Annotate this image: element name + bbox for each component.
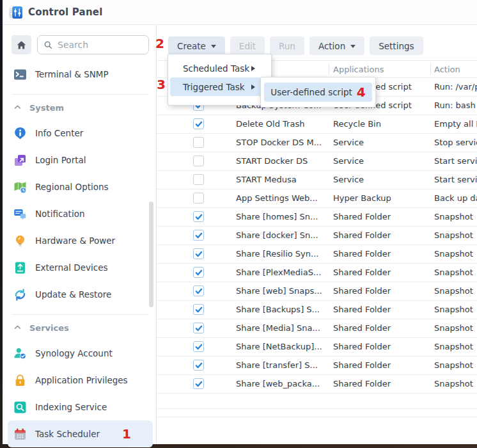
- table-row[interactable]: Share [Resilio Syn...Shared FolderSnapsh…: [157, 245, 477, 264]
- sidebar-section-system[interactable]: System: [3, 96, 156, 120]
- step-2-annotation: 2: [155, 37, 164, 50]
- create-button[interactable]: Create: [168, 36, 225, 55]
- action-cell: Start servic: [434, 156, 477, 166]
- sidebar-item-label: Update & Restore: [35, 289, 111, 300]
- settings-button[interactable]: Settings: [370, 36, 423, 55]
- edit-button[interactable]: Edit: [230, 36, 265, 55]
- table-row[interactable]: Share [Media] Sna...Shared FolderSnapsho…: [157, 319, 477, 338]
- enabled-checkbox[interactable]: [193, 211, 204, 222]
- sidebar-item-indexing-service[interactable]: Indexing Service: [8, 394, 153, 420]
- table-row[interactable]: Share [homes] Sn...Shared FolderSnapshot: [157, 208, 477, 227]
- task-table: Applications Action User-defined scriptR…: [157, 60, 477, 417]
- column-header-action[interactable]: Action: [434, 65, 460, 74]
- menu-item-triggered-task[interactable]: Triggered Task: [170, 77, 269, 96]
- sidebar-scrollbar[interactable]: [149, 202, 153, 307]
- submenu-item-user-defined-script[interactable]: User-defined script4: [264, 83, 372, 102]
- empty-row-divider: [157, 409, 477, 417]
- section-label: System: [29, 103, 64, 113]
- table-row[interactable]: Delete Old TrashRecycle BinEmpty all R: [157, 115, 477, 134]
- action-cell: Snapshot: [434, 379, 477, 388]
- enabled-checkbox[interactable]: [193, 360, 204, 371]
- task-name-cell: Share [transfer] S...: [236, 360, 332, 370]
- hardware-power-icon: [13, 234, 27, 248]
- application-privileges-icon: [13, 374, 27, 387]
- sidebar: Terminal & SNMPSystemInfo CenterLogin Po…: [3, 25, 156, 444]
- sidebar-item-application-privileges[interactable]: Application Privileges: [8, 367, 153, 394]
- action-cell: Empty all R: [434, 119, 477, 129]
- triggered-task-submenu: User-defined script4: [260, 77, 376, 108]
- table-row[interactable]: Share [web] Snaps...Shared FolderSnapsho…: [157, 282, 477, 301]
- applications-cell: Service: [333, 138, 433, 147]
- notification-icon: [13, 207, 27, 221]
- action-cell: Stop servic: [434, 138, 477, 147]
- enabled-checkbox[interactable]: [193, 304, 204, 315]
- submenu-arrow-icon: [251, 84, 255, 90]
- table-row[interactable]: Share [web_packa...Shared FolderSnapshot: [157, 375, 477, 394]
- enabled-checkbox[interactable]: [193, 137, 204, 148]
- task-name-cell: App Settings Web...: [236, 193, 332, 203]
- applications-cell: Shared Folder: [333, 268, 433, 277]
- titlebar: Control Panel: [3, 0, 477, 25]
- sidebar-item-update-restore[interactable]: Update & Restore: [8, 281, 153, 308]
- sidebar-item-external-devices[interactable]: External Devices: [8, 254, 153, 281]
- chevron-down-icon: [211, 45, 216, 48]
- sidebar-item-label: External Devices: [35, 262, 108, 273]
- search-input[interactable]: [58, 40, 143, 50]
- applications-cell: Recycle Bin: [333, 119, 433, 129]
- search-box[interactable]: [37, 35, 149, 54]
- enabled-checkbox[interactable]: [193, 156, 204, 166]
- enabled-checkbox[interactable]: [193, 174, 204, 185]
- table-row[interactable]: START Docker DSServiceStart servic: [157, 152, 477, 171]
- applications-cell: Shared Folder: [333, 342, 433, 351]
- enabled-checkbox[interactable]: [193, 118, 204, 129]
- table-row[interactable]: STOP Docker DS M...ServiceStop servic: [157, 134, 477, 152]
- action-button[interactable]: Action: [309, 36, 364, 55]
- sidebar-item-login-portal[interactable]: Login Portal: [8, 147, 153, 173]
- enabled-checkbox[interactable]: [193, 248, 204, 259]
- enabled-checkbox[interactable]: [193, 378, 204, 389]
- enabled-checkbox[interactable]: [193, 230, 204, 241]
- sidebar-item-regional-options[interactable]: Regional Options: [8, 173, 153, 200]
- run-button[interactable]: Run: [270, 36, 304, 55]
- task-name-cell: Share [PlexMediaS...: [236, 268, 332, 277]
- sidebar-item-task-scheduler[interactable]: Task Scheduler1: [8, 420, 153, 447]
- column-header-applications[interactable]: Applications: [333, 65, 384, 74]
- button-label: Action: [318, 41, 345, 51]
- task-name-cell: Share [Backups] S...: [236, 305, 332, 314]
- applications-cell: Shared Folder: [333, 305, 433, 314]
- sidebar-item-synology-account[interactable]: Synology Account: [8, 340, 153, 367]
- sidebar-item-hardware-power[interactable]: Hardware & Power: [8, 227, 153, 254]
- action-cell: Snapshot: [434, 305, 477, 314]
- table-row[interactable]: App Settings Web...Hyper BackupBack up d…: [157, 189, 477, 208]
- sidebar-top: [12, 35, 149, 54]
- sidebar-item-notification[interactable]: Notification: [8, 200, 153, 227]
- column-divider: [329, 63, 329, 75]
- table-row[interactable]: Share [PlexMediaS...Shared FolderSnapsho…: [157, 264, 477, 282]
- sidebar-section-services[interactable]: Services: [3, 316, 156, 340]
- enabled-checkbox[interactable]: [193, 267, 204, 278]
- enabled-checkbox[interactable]: [193, 285, 204, 296]
- task-name-cell: Share [homes] Sn...: [236, 212, 332, 221]
- sidebar-item-terminal-snmp[interactable]: Terminal & SNMP: [8, 61, 153, 88]
- button-label: Edit: [239, 41, 256, 51]
- applications-cell: Shared Folder: [333, 323, 433, 333]
- applications-cell: Shared Folder: [333, 249, 433, 259]
- table-row[interactable]: Share [NetBackup]...Shared FolderSnapsho…: [157, 338, 477, 356]
- enabled-checkbox[interactable]: [193, 341, 204, 352]
- sidebar-item-info-center[interactable]: Info Center: [8, 120, 153, 147]
- sidebar-item-label: Terminal & SNMP: [35, 69, 109, 79]
- submenu-item-label: User-defined script: [270, 87, 352, 97]
- action-cell: Snapshot: [434, 323, 477, 333]
- table-row[interactable]: Share [docker] Sn...Shared FolderSnapsho…: [157, 227, 477, 245]
- column-divider: [430, 63, 431, 75]
- table-row[interactable]: Share [transfer] S...Shared FolderSnapsh…: [157, 356, 477, 375]
- sidebar-divider: [12, 94, 149, 95]
- table-row[interactable]: Share [Backups] S...Shared FolderSnapsho…: [157, 301, 477, 319]
- home-button[interactable]: [12, 35, 31, 54]
- table-row[interactable]: START MedusaServiceStart servic: [157, 171, 477, 189]
- enabled-checkbox[interactable]: [193, 323, 204, 333]
- enabled-checkbox[interactable]: [193, 193, 204, 204]
- menu-item-scheduled-task[interactable]: Scheduled Task: [170, 59, 269, 77]
- action-cell: Start servic: [434, 175, 477, 184]
- sidebar-item-label: Application Privileges: [35, 375, 128, 385]
